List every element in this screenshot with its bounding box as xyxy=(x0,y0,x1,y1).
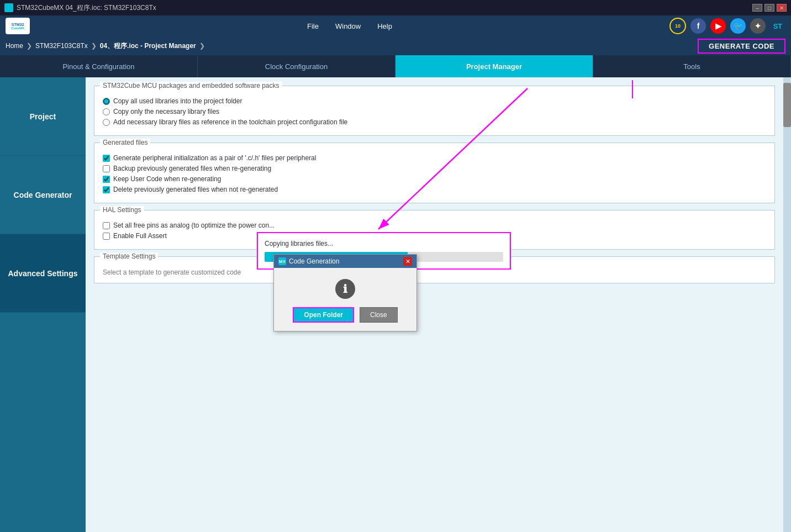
packages-radio-2[interactable] xyxy=(103,108,110,115)
menu-file[interactable]: File xyxy=(307,22,319,30)
youtube-icon[interactable]: ▶ xyxy=(710,18,726,34)
hal-option-1[interactable]: Set all free pins as analog (to optimize… xyxy=(103,222,766,229)
menu-right: 10 f ▶ 🐦 ✦ ST xyxy=(669,18,785,34)
st-logo[interactable]: ST xyxy=(770,18,785,34)
maximize-button[interactable]: □ xyxy=(764,4,774,12)
title-bar-controls[interactable]: – □ ✕ xyxy=(752,4,787,12)
twitter-icon[interactable]: 🐦 xyxy=(730,18,746,34)
menu-bar: STM32 CubeMX File Window Help 10 f ▶ 🐦 ✦… xyxy=(0,15,791,36)
tab-pinout[interactable]: Pinout & Configuration xyxy=(0,55,198,77)
dialog-body: ℹ Open Folder Close xyxy=(274,268,416,331)
breadcrumb-arrow-1: ❯ xyxy=(27,42,32,50)
gen-check-1[interactable] xyxy=(103,155,110,162)
dialog-close-button[interactable]: ✕ xyxy=(403,257,412,266)
gen-option-3[interactable]: Keep User Code when re-generating xyxy=(103,175,766,183)
logo: STM32 CubeMX xyxy=(6,18,30,34)
sidebar-item-project[interactable]: Project xyxy=(0,77,86,156)
sidebar: Project Code Generator Advanced Settings xyxy=(0,77,86,532)
tab-clock[interactable]: Clock Configuration xyxy=(198,55,396,77)
hal-check-2[interactable] xyxy=(103,233,110,240)
hal-settings-title: HAL Settings xyxy=(100,206,144,214)
hal-check-1[interactable] xyxy=(103,222,110,229)
open-folder-button[interactable]: Open Folder xyxy=(293,307,354,323)
logo-box: STM32 CubeMX xyxy=(6,18,30,34)
version-badge: 10 xyxy=(669,18,686,34)
dialog-title-icon: MX xyxy=(278,257,286,265)
packages-option-3[interactable]: Add necessary library files as reference… xyxy=(103,118,766,126)
app-icon xyxy=(4,3,13,12)
packages-option-2[interactable]: Copy only the necessary library files xyxy=(103,108,766,115)
packages-option-1[interactable]: Copy all used libraries into the project… xyxy=(103,97,766,105)
gen-option-1[interactable]: Generate peripheral initialization as a … xyxy=(103,154,766,162)
code-generation-dialog: MX Code Generation ✕ ℹ Open Folder Close xyxy=(273,254,417,331)
packages-section-title: STM32Cube MCU packages and embedded soft… xyxy=(100,82,282,89)
gen-check-3[interactable] xyxy=(103,176,110,183)
main-layout: Project Code Generator Advanced Settings… xyxy=(0,77,791,532)
dialog-title-bar: MX Code Generation ✕ xyxy=(274,255,416,268)
close-button[interactable]: ✕ xyxy=(777,4,787,12)
template-settings-title: Template Settings xyxy=(100,252,158,260)
packages-content: Copy all used libraries into the project… xyxy=(103,97,766,126)
menu-items: File Window Help xyxy=(52,22,647,30)
minimize-button[interactable]: – xyxy=(752,4,762,12)
gen-check-2[interactable] xyxy=(103,165,110,172)
breadcrumb-chip[interactable]: STM32F103C8Tx xyxy=(35,42,88,50)
network-icon[interactable]: ✦ xyxy=(750,18,766,34)
dialog-overlay: MX Code Generation ✕ ℹ Open Folder Close xyxy=(273,254,417,331)
breadcrumb-home[interactable]: Home xyxy=(6,42,23,50)
tab-bar: Pinout & Configuration Clock Configurati… xyxy=(0,55,791,77)
info-icon: ℹ xyxy=(335,279,355,299)
right-scrollbar[interactable] xyxy=(783,77,791,532)
breadcrumb-arrow-3: ❯ xyxy=(199,42,205,50)
content-area: STM32Cube MCU packages and embedded soft… xyxy=(86,77,783,532)
menu-window[interactable]: Window xyxy=(335,22,361,30)
generated-files-title: Generated files xyxy=(100,139,150,146)
progress-text: Copying libraries files... xyxy=(265,240,503,247)
breadcrumb-current: 04、程序.ioc - Project Manager xyxy=(100,41,196,51)
facebook-icon[interactable]: f xyxy=(690,18,706,34)
tab-project-manager[interactable]: Project Manager xyxy=(396,55,593,77)
packages-section: STM32Cube MCU packages and embedded soft… xyxy=(94,86,775,136)
breadcrumb-arrow-2: ❯ xyxy=(91,42,97,50)
tab-tools[interactable]: Tools xyxy=(593,55,791,77)
breadcrumb-bar: Home ❯ STM32F103C8Tx ❯ 04、程序.ioc - Proje… xyxy=(0,36,791,55)
menu-help[interactable]: Help xyxy=(377,22,392,30)
scrollbar-thumb[interactable] xyxy=(783,83,791,127)
close-button-dialog[interactable]: Close xyxy=(360,307,398,323)
title-bar-left: STM32CubeMX 04_程序.ioc: STM32F103C8Tx xyxy=(4,3,156,13)
template-placeholder: Select a template to generate customized… xyxy=(103,268,241,276)
sidebar-item-advanced-settings[interactable]: Advanced Settings xyxy=(0,234,86,313)
dialog-buttons: Open Folder Close xyxy=(282,307,408,323)
dialog-title-left: MX Code Generation xyxy=(278,257,339,265)
generated-files-content: Generate peripheral initialization as a … xyxy=(103,154,766,193)
generated-files-section: Generated files Generate peripheral init… xyxy=(94,143,775,203)
gen-option-2[interactable]: Backup previously generated files when r… xyxy=(103,165,766,172)
gen-check-4[interactable] xyxy=(103,186,110,193)
title-bar-text: STM32CubeMX 04_程序.ioc: STM32F103C8Tx xyxy=(17,3,156,13)
packages-radio-3[interactable] xyxy=(103,119,110,126)
dialog-title-text: Code Generation xyxy=(289,257,339,265)
sidebar-item-code-generator[interactable]: Code Generator xyxy=(0,156,86,234)
packages-radio-1[interactable] xyxy=(103,98,110,105)
gen-option-4[interactable]: Delete previously generated files when n… xyxy=(103,186,766,193)
generate-code-button[interactable]: GENERATE CODE xyxy=(698,39,785,54)
title-bar: STM32CubeMX 04_程序.ioc: STM32F103C8Tx – □… xyxy=(0,0,791,15)
